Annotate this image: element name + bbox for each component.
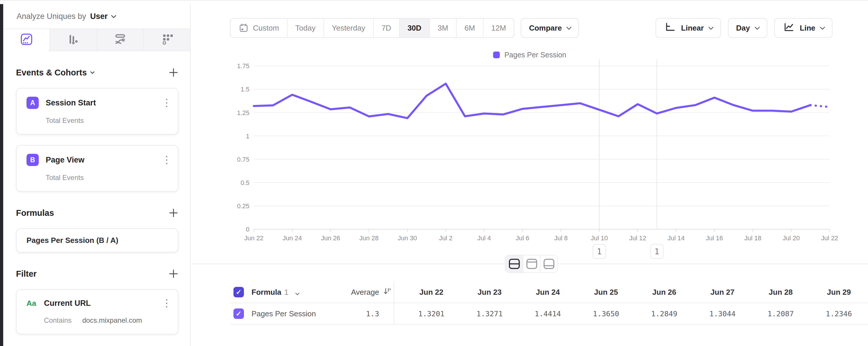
formula-name: Pages Per Session (B / A) — [27, 236, 169, 245]
tab-line-chart[interactable] — [3, 29, 50, 51]
interval-selector[interactable]: Day — [728, 18, 767, 38]
analyze-label: Analyze Uniques by — [17, 12, 86, 21]
date-range-12m[interactable]: 12M — [483, 19, 514, 37]
cell-value[interactable]: 1.3044 — [693, 310, 751, 318]
tab-retention-grid[interactable] — [144, 29, 190, 51]
date-range-custom[interactable]: Custom — [230, 19, 287, 37]
analyze-entity-selector[interactable]: User — [90, 12, 108, 21]
analyze-header: Analyze Uniques by User — [3, 4, 190, 29]
x-axis-label: Jul 4 — [477, 234, 491, 242]
event-aggregation[interactable]: Total Events — [46, 116, 169, 125]
row-series-name: Pages Per Session — [251, 309, 316, 318]
cell-value[interactable]: 1.4414 — [519, 310, 577, 318]
events-section-title[interactable]: Events & Cohorts — [16, 68, 94, 78]
date-toolbar: CustomTodayYesterday7D30D3M6M12M Compare — [230, 18, 579, 38]
add-formula-button[interactable] — [168, 208, 179, 218]
select-all-checkbox[interactable]: ✓ — [234, 287, 244, 297]
kebab-menu-icon[interactable] — [164, 298, 169, 309]
date-value-cells: 1.32011.32711.44141.36501.28491.30441.20… — [402, 310, 868, 318]
filter-property: Current URL — [44, 299, 164, 308]
date-column-header: Jun 24 — [519, 288, 577, 297]
event-aggregation[interactable]: Total Events — [46, 174, 169, 182]
average-column-header[interactable]: Average — [351, 288, 379, 297]
dots-grid-icon — [160, 32, 174, 48]
event-card-session-start[interactable]: A Session Start Total Events — [16, 88, 179, 135]
table-row-pages-per-session[interactable]: ✓ Pages Per Session 1.3 1.32011.32711.44… — [230, 303, 868, 325]
line-chart[interactable]: 00.250.50.7511.251.51.75Jun 22Jun 24Jun … — [191, 59, 868, 268]
cell-value[interactable]: 1.3201 — [402, 310, 461, 318]
filter-operator: Contains — [44, 316, 72, 324]
chevron-down-icon — [820, 25, 825, 30]
chart-controls: Linear Day Line — [655, 18, 833, 38]
formula-column-header[interactable]: Formula1 — [251, 288, 299, 297]
cell-value[interactable]: 1.2087 — [751, 310, 810, 318]
chart-type-selector[interactable]: Line — [774, 18, 833, 38]
series-name: Pages Per Session — [504, 51, 566, 59]
kebab-menu-icon[interactable] — [164, 155, 169, 166]
formula-card[interactable]: Pages Per Session (B / A) — [16, 228, 179, 253]
flows-icon — [113, 32, 127, 48]
cell-value[interactable]: 1.2849 — [635, 310, 693, 318]
sidebar-sections: Events & Cohorts A Session Start Total E… — [3, 67, 190, 346]
event-title: Page View — [46, 155, 164, 165]
formulas-section-header: Formulas — [16, 208, 179, 218]
cell-value[interactable]: 1.2346 — [810, 310, 868, 318]
date-range-3m[interactable]: 3M — [429, 19, 456, 37]
chart-canvas[interactable]: 00.250.50.7511.251.51.75Jun 22Jun 24Jun … — [191, 59, 868, 267]
results-table: ✓ Formula1 Average — [230, 282, 868, 325]
x-axis-label: Jun 26 — [321, 234, 340, 242]
x-axis-label: Jul 20 — [783, 234, 800, 242]
row-checkbox[interactable]: ✓ — [234, 309, 244, 319]
add-event-button[interactable] — [168, 67, 179, 78]
layout-chart-only-button[interactable] — [523, 255, 540, 272]
date-range-yesterday[interactable]: Yesterday — [323, 19, 373, 37]
calendar-icon — [238, 23, 253, 33]
layout-table-only-button[interactable] — [540, 255, 557, 272]
filter-section-header: Filter — [16, 269, 179, 279]
x-axis-label: Jun 24 — [283, 234, 302, 242]
date-column-header: Jun 27 — [693, 288, 751, 297]
chevron-down-icon — [111, 13, 116, 18]
insights-report: Analyze Uniques by User — [0, 0, 868, 346]
cell-value[interactable]: 1.3650 — [577, 310, 635, 318]
y-axis-label: 1 — [246, 133, 249, 140]
date-range-7d[interactable]: 7D — [373, 19, 399, 37]
x-axis-label: Jul 18 — [744, 234, 762, 242]
chevron-down-icon — [295, 291, 300, 295]
x-axis-label: Jul 8 — [554, 234, 568, 242]
y-axis-label: 1.75 — [237, 62, 249, 69]
add-filter-button[interactable] — [168, 269, 179, 279]
chart-legend[interactable]: Pages Per Session — [191, 51, 868, 59]
sort-icon[interactable] — [382, 287, 392, 298]
x-axis-label: Jun 30 — [398, 234, 417, 242]
query-builder-sidebar: Analyze Uniques by User — [3, 4, 191, 346]
event-card-page-view[interactable]: B Page View Total Events — [16, 145, 179, 192]
scale-selector[interactable]: Linear — [655, 18, 721, 38]
y-axis-label: 0.5 — [241, 179, 249, 186]
line-chart-icon — [19, 32, 34, 48]
y-axis-label: 1.5 — [241, 86, 249, 93]
layout-split-button[interactable] — [506, 255, 523, 272]
compare-button[interactable]: Compare — [521, 18, 579, 38]
series-line-partial[interactable] — [810, 105, 830, 107]
formulas-section-title: Formulas — [16, 208, 54, 218]
date-range-30d[interactable]: 30D — [399, 19, 429, 37]
tab-bar-chart[interactable] — [50, 29, 97, 51]
string-property-icon: Aa — [27, 299, 39, 308]
x-axis-label: Jul 12 — [629, 234, 646, 242]
series-line[interactable] — [254, 84, 810, 118]
x-axis-label: Jul 10 — [591, 234, 608, 242]
filter-card-current-url[interactable]: Aa Current URL Contains docs.mixpanel.co… — [16, 289, 179, 334]
date-column-header: Jun 28 — [751, 288, 810, 297]
filter-condition[interactable]: Contains docs.mixpanel.com — [44, 316, 169, 324]
kebab-menu-icon[interactable] — [164, 97, 169, 108]
tab-flows[interactable] — [97, 29, 144, 51]
line-chart-mini-icon — [782, 21, 795, 35]
x-axis-label: Jul 6 — [516, 234, 529, 242]
cell-value[interactable]: 1.3271 — [461, 310, 519, 318]
event-title: Session Start — [46, 98, 164, 108]
date-range-today[interactable]: Today — [287, 19, 323, 37]
date-range-6m[interactable]: 6M — [456, 19, 483, 37]
date-range-segmented-control: CustomTodayYesterday7D30D3M6M12M — [230, 18, 514, 38]
series-swatch — [493, 52, 500, 58]
